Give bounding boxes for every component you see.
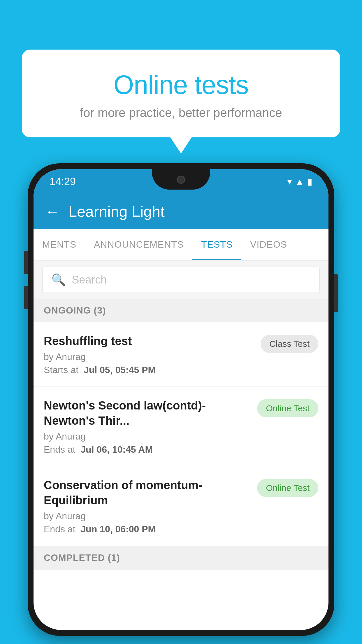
search-bar[interactable]: 🔍 Search bbox=[42, 267, 320, 293]
status-time: 14:29 bbox=[50, 176, 76, 188]
phone-notch bbox=[152, 169, 210, 190]
test-title: Conservation of momentum-Equilibrium bbox=[44, 477, 251, 508]
tab-videos[interactable]: VIDEOS bbox=[241, 229, 296, 260]
tab-tests[interactable]: TESTS bbox=[192, 229, 241, 260]
test-item[interactable]: Reshuffling test by Anurag Starts at Jul… bbox=[34, 322, 328, 387]
test-title: Reshuffling test bbox=[44, 333, 255, 349]
test-author: by Anurag bbox=[44, 351, 255, 362]
tab-ments[interactable]: MENTS bbox=[34, 229, 85, 260]
battery-icon: ▮ bbox=[307, 176, 312, 187]
bubble-subtitle: for more practice, better performance bbox=[39, 106, 323, 120]
online-test-badge: Online Test bbox=[257, 399, 318, 417]
status-bar: 14:29 ▾ ▲ ▮ bbox=[34, 169, 328, 194]
search-container: 🔍 Search bbox=[34, 261, 328, 299]
tabs-container: MENTS ANNOUNCEMENTS TESTS VIDEOS bbox=[34, 229, 328, 261]
date-value: Jul 06, 10:45 AM bbox=[80, 444, 153, 455]
phone-screen: 14:29 ▾ ▲ ▮ ← Learning Light MENTS ANNOU… bbox=[34, 169, 328, 630]
ongoing-section-header: ONGOING (3) bbox=[34, 299, 328, 322]
status-icons: ▾ ▲ ▮ bbox=[287, 176, 312, 187]
app-title: Learning Light bbox=[68, 203, 165, 220]
test-author: by Anurag bbox=[44, 511, 251, 522]
search-icon: 🔍 bbox=[51, 273, 66, 287]
test-author: by Anurag bbox=[44, 431, 251, 442]
test-date: Starts at Jul 05, 05:45 PM bbox=[44, 365, 255, 375]
bubble-title: Online tests bbox=[39, 70, 323, 100]
date-label: Ends at bbox=[44, 524, 75, 534]
date-value: Jul 05, 05:45 PM bbox=[84, 365, 156, 375]
test-date: Ends at Jun 10, 06:00 PM bbox=[44, 524, 251, 535]
online-test-badge-2: Online Test bbox=[257, 479, 318, 497]
speech-bubble: Online tests for more practice, better p… bbox=[22, 50, 340, 137]
test-info: Reshuffling test by Anurag Starts at Jul… bbox=[44, 333, 255, 375]
test-item[interactable]: Conservation of momentum-Equilibrium by … bbox=[34, 466, 328, 546]
speech-bubble-container: Online tests for more practice, better p… bbox=[22, 50, 340, 137]
test-info: Conservation of momentum-Equilibrium by … bbox=[44, 477, 251, 535]
signal-icon: ▲ bbox=[295, 177, 304, 187]
wifi-icon: ▾ bbox=[287, 176, 292, 187]
tab-announcements[interactable]: ANNOUNCEMENTS bbox=[85, 229, 192, 260]
date-label: Starts at bbox=[44, 365, 78, 375]
completed-section-header: COMPLETED (1) bbox=[34, 546, 328, 570]
front-camera bbox=[177, 176, 185, 184]
test-info: Newton's Second law(contd)-Newton's Thir… bbox=[44, 398, 251, 455]
date-value: Jun 10, 06:00 PM bbox=[80, 524, 156, 534]
test-date: Ends at Jul 06, 10:45 AM bbox=[44, 444, 251, 455]
volume-down-button bbox=[24, 286, 28, 309]
test-list: Reshuffling test by Anurag Starts at Jul… bbox=[34, 322, 328, 546]
test-title: Newton's Second law(contd)-Newton's Thir… bbox=[44, 398, 251, 428]
date-label: Ends at bbox=[44, 444, 75, 455]
power-button bbox=[334, 274, 338, 312]
class-test-badge: Class Test bbox=[261, 335, 318, 353]
app-bar: ← Learning Light bbox=[34, 194, 328, 229]
phone-container: 14:29 ▾ ▲ ▮ ← Learning Light MENTS ANNOU… bbox=[28, 163, 334, 644]
volume-up-button bbox=[24, 251, 28, 274]
back-button[interactable]: ← bbox=[45, 203, 60, 220]
search-input[interactable]: Search bbox=[72, 274, 107, 286]
test-item[interactable]: Newton's Second law(contd)-Newton's Thir… bbox=[34, 387, 328, 466]
phone-frame: 14:29 ▾ ▲ ▮ ← Learning Light MENTS ANNOU… bbox=[28, 163, 334, 636]
